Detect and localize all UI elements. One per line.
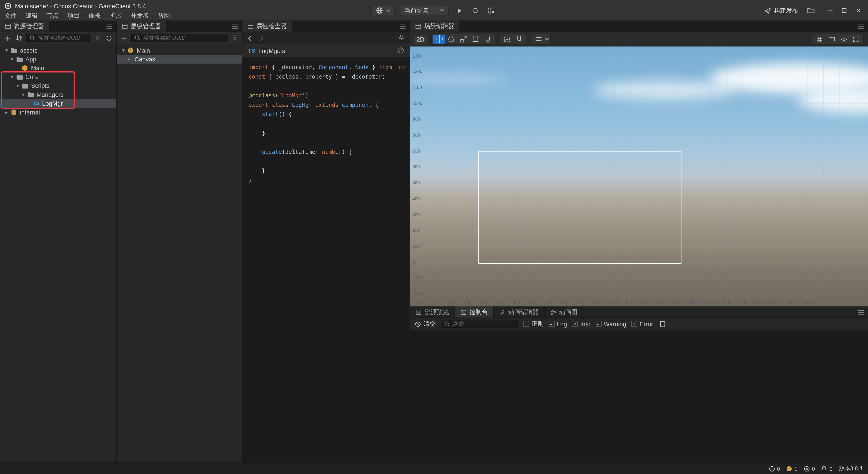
- tab-hierarchy[interactable]: 层级管理器: [117, 21, 166, 32]
- checkbox-info[interactable]: ✓: [572, 321, 578, 327]
- menu-item-panel[interactable]: 面板: [84, 11, 105, 20]
- scale-tool-button[interactable]: [457, 35, 469, 43]
- tree-collapse-icon[interactable]: ▾: [3, 48, 10, 53]
- filter-info[interactable]: ✓Info: [572, 321, 590, 327]
- assets-panel-menu-button[interactable]: [105, 23, 114, 30]
- pin-inspector-button[interactable]: [398, 34, 404, 42]
- console-search-input[interactable]: 搜索: [441, 320, 518, 328]
- preview-platform-dropdown[interactable]: [371, 5, 395, 16]
- scene-viewport[interactable]: 1300120011001000900800700600500400300200…: [410, 46, 868, 306]
- hierarchy-panel-menu-button[interactable]: [231, 23, 239, 30]
- sort-assets-button[interactable]: [14, 33, 23, 42]
- warn-counter[interactable]: 1: [786, 466, 798, 472]
- hamburger-icon: [231, 24, 239, 30]
- tree-collapse-icon[interactable]: ▾: [9, 74, 16, 79]
- checkbox-log[interactable]: ✓: [549, 321, 555, 327]
- tree-collapse-icon[interactable]: ▾: [14, 83, 21, 88]
- tree-collapse-icon[interactable]: ▾: [9, 57, 16, 62]
- folder-icon: [16, 74, 23, 80]
- move-tool-button[interactable]: [433, 35, 445, 43]
- checkbox-error[interactable]: ✓: [631, 321, 637, 327]
- asset-item-internal[interactable]: ▸internal: [0, 108, 116, 117]
- rect-tool-button[interactable]: [469, 35, 482, 43]
- help-button[interactable]: [398, 47, 404, 55]
- back-button[interactable]: [247, 35, 252, 41]
- console-panel-menu-button[interactable]: [857, 308, 865, 316]
- asset-item-main[interactable]: Main: [0, 64, 116, 72]
- gizmo-settings-dropdown[interactable]: [531, 33, 551, 44]
- play-button[interactable]: [454, 5, 465, 16]
- console-tab-anim[interactable]: 动画编辑器: [494, 306, 545, 317]
- create-node-button[interactable]: [120, 33, 128, 42]
- asset-item-scripts[interactable]: ▾Scripts: [0, 81, 116, 90]
- search-icon: [444, 321, 450, 327]
- tree-expand-icon[interactable]: ▸: [3, 109, 10, 115]
- assets-search-input[interactable]: 搜索名称或 UUID: [26, 34, 90, 42]
- clear-console-button[interactable]: 清空: [415, 320, 436, 328]
- restart-preview-button[interactable]: [470, 5, 480, 16]
- folder-icon: [10, 47, 18, 53]
- inspector-panel-menu-button[interactable]: [399, 23, 407, 30]
- open-log-file-button[interactable]: [658, 319, 667, 328]
- tree-expand-icon[interactable]: ▸: [126, 57, 132, 62]
- scene-panel-menu-button[interactable]: [857, 23, 865, 30]
- rotate-tool-button[interactable]: [445, 35, 457, 43]
- rotate-icon: [447, 35, 455, 43]
- menu-item-developer[interactable]: 开发者: [126, 11, 153, 20]
- scene-grid-button[interactable]: [813, 35, 825, 43]
- console-tab-animgraph[interactable]: 动画图: [545, 306, 583, 317]
- maximize-button[interactable]: [838, 4, 850, 17]
- snap-toggle-button[interactable]: [513, 35, 525, 43]
- preview-device-button[interactable]: [486, 5, 497, 16]
- asset-item-logmgr[interactable]: TSLogMgr: [0, 99, 116, 108]
- regex-checkbox[interactable]: [523, 321, 529, 327]
- error-counter[interactable]: 0: [804, 466, 815, 472]
- scene-settings-button[interactable]: [837, 35, 850, 43]
- menu-item-edit[interactable]: 编辑: [21, 11, 42, 20]
- hierarchy-search-input[interactable]: 搜索名称或 UUID: [131, 34, 227, 42]
- tree-collapse-icon[interactable]: ▾: [120, 48, 127, 53]
- canvas-gizmo-rect[interactable]: [478, 151, 681, 264]
- anchor-toggle-button[interactable]: [501, 35, 513, 43]
- console-tab-console[interactable]: 控制台: [455, 306, 494, 317]
- current-scene-select[interactable]: 当前场景: [400, 5, 449, 16]
- tab-inspector[interactable]: 属性检查器: [243, 21, 292, 32]
- scene-view-button[interactable]: [825, 35, 837, 43]
- tab-scene[interactable]: 场景编辑器: [410, 21, 460, 32]
- menu-item-help[interactable]: 帮助: [153, 11, 175, 20]
- menu-item-node[interactable]: 节点: [42, 11, 63, 20]
- tab-assets[interactable]: 资源管理器: [0, 21, 50, 32]
- pivot-tool-button[interactable]: [482, 35, 494, 43]
- scene-fullscreen-button[interactable]: [850, 35, 862, 43]
- menu-item-file[interactable]: 文件: [4, 11, 21, 20]
- info-counter[interactable]: 0: [769, 466, 780, 472]
- filter-log[interactable]: ✓Log: [549, 321, 567, 327]
- checkbox-warning[interactable]: ✓: [595, 321, 601, 327]
- asset-item-assets[interactable]: ▾assets: [0, 46, 116, 55]
- asset-item-managers[interactable]: ▾Managers: [0, 90, 116, 99]
- forward-button[interactable]: [260, 35, 264, 41]
- menu-item-extension[interactable]: 扩展: [105, 11, 126, 20]
- bell-counter[interactable]: 0: [821, 466, 832, 472]
- refresh-assets-button[interactable]: [105, 33, 114, 42]
- console-log-area[interactable]: [410, 330, 868, 462]
- asset-item-app[interactable]: ▾App: [0, 55, 116, 64]
- hierarchy-item-main[interactable]: ▾Main: [117, 46, 242, 55]
- minimize-button[interactable]: [824, 4, 836, 17]
- close-button[interactable]: ×: [852, 4, 865, 17]
- open-project-folder-button[interactable]: [805, 5, 816, 16]
- filter-error[interactable]: ✓Error: [631, 321, 653, 327]
- build-publish-button[interactable]: 构建发布: [764, 6, 798, 15]
- regex-toggle[interactable]: 正则: [523, 320, 544, 328]
- menu-item-project[interactable]: 项目: [63, 11, 84, 20]
- tree-collapse-icon[interactable]: ▾: [20, 92, 26, 97]
- 2d-3d-toggle-button[interactable]: 2D: [413, 34, 427, 44]
- console-tab-preview[interactable]: 资源预览: [410, 306, 455, 317]
- create-asset-button[interactable]: [3, 33, 11, 42]
- filter-nodes-button[interactable]: [230, 33, 239, 42]
- tree-item-label: App: [26, 56, 36, 62]
- filter-warning[interactable]: ✓Warning: [595, 321, 626, 327]
- asset-item-core[interactable]: ▾Core: [0, 72, 116, 81]
- hierarchy-item-canvas[interactable]: ▸Canvas: [117, 55, 242, 64]
- filter-assets-button[interactable]: [93, 33, 102, 42]
